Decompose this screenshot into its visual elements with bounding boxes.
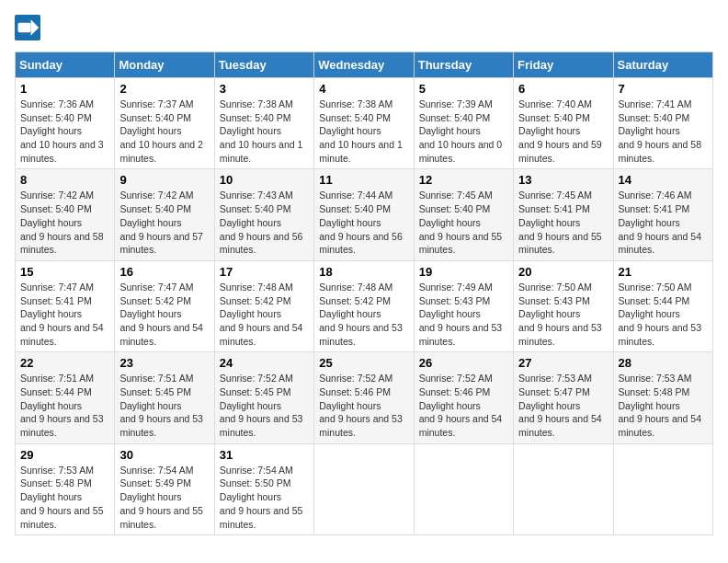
day-number: 16 bbox=[119, 265, 209, 279]
day-number: 18 bbox=[319, 265, 408, 279]
weekday-thursday: Thursday bbox=[414, 52, 513, 78]
cell-info: Sunrise: 7:53 AM Sunset: 5:47 PM Dayligh… bbox=[518, 372, 608, 439]
calendar-cell bbox=[414, 443, 513, 534]
cell-info: Sunrise: 7:38 AM Sunset: 5:40 PM Dayligh… bbox=[319, 98, 408, 165]
cell-info: Sunrise: 7:52 AM Sunset: 5:45 PM Dayligh… bbox=[220, 372, 309, 439]
page-header bbox=[15, 15, 713, 40]
calendar-cell: 7 Sunrise: 7:41 AM Sunset: 5:40 PM Dayli… bbox=[613, 78, 712, 169]
day-number: 26 bbox=[419, 356, 508, 370]
calendar-table: SundayMondayTuesdayWednesdayThursdayFrid… bbox=[15, 52, 713, 535]
calendar-cell: 8 Sunrise: 7:42 AM Sunset: 5:40 PM Dayli… bbox=[16, 169, 115, 260]
day-number: 23 bbox=[119, 356, 209, 370]
calendar-cell: 11 Sunrise: 7:44 AM Sunset: 5:40 PM Dayl… bbox=[314, 169, 414, 260]
calendar-cell: 31 Sunrise: 7:54 AM Sunset: 5:50 PM Dayl… bbox=[214, 443, 313, 534]
day-number: 24 bbox=[220, 356, 309, 370]
calendar-week-2: 8 Sunrise: 7:42 AM Sunset: 5:40 PM Dayli… bbox=[16, 169, 713, 260]
calendar-cell: 6 Sunrise: 7:40 AM Sunset: 5:40 PM Dayli… bbox=[514, 78, 613, 169]
day-number: 5 bbox=[419, 82, 508, 96]
day-number: 27 bbox=[518, 356, 608, 370]
calendar-cell bbox=[514, 443, 613, 534]
day-number: 30 bbox=[119, 448, 209, 462]
cell-info: Sunrise: 7:50 AM Sunset: 5:44 PM Dayligh… bbox=[619, 281, 708, 348]
calendar-cell: 2 Sunrise: 7:37 AM Sunset: 5:40 PM Dayli… bbox=[115, 78, 214, 169]
weekday-monday: Monday bbox=[115, 52, 214, 78]
day-number: 4 bbox=[319, 82, 408, 96]
calendar-cell: 28 Sunrise: 7:53 AM Sunset: 5:48 PM Dayl… bbox=[613, 352, 712, 443]
calendar-cell: 13 Sunrise: 7:45 AM Sunset: 5:41 PM Dayl… bbox=[514, 169, 613, 260]
day-number: 28 bbox=[619, 356, 708, 370]
calendar-cell: 18 Sunrise: 7:48 AM Sunset: 5:42 PM Dayl… bbox=[314, 260, 414, 351]
weekday-friday: Friday bbox=[514, 52, 613, 78]
weekday-tuesday: Tuesday bbox=[214, 52, 313, 78]
cell-info: Sunrise: 7:39 AM Sunset: 5:40 PM Dayligh… bbox=[419, 98, 508, 165]
cell-info: Sunrise: 7:49 AM Sunset: 5:43 PM Dayligh… bbox=[419, 281, 508, 348]
day-number: 9 bbox=[119, 173, 209, 187]
cell-info: Sunrise: 7:41 AM Sunset: 5:40 PM Dayligh… bbox=[619, 98, 708, 165]
calendar-cell: 15 Sunrise: 7:47 AM Sunset: 5:41 PM Dayl… bbox=[16, 260, 115, 351]
calendar-cell: 26 Sunrise: 7:52 AM Sunset: 5:46 PM Dayl… bbox=[414, 352, 513, 443]
cell-info: Sunrise: 7:45 AM Sunset: 5:41 PM Dayligh… bbox=[518, 189, 608, 256]
logo bbox=[15, 15, 44, 40]
cell-info: Sunrise: 7:43 AM Sunset: 5:40 PM Dayligh… bbox=[220, 189, 309, 256]
calendar-cell: 22 Sunrise: 7:51 AM Sunset: 5:44 PM Dayl… bbox=[16, 352, 115, 443]
weekday-sunday: Sunday bbox=[16, 52, 115, 78]
calendar-cell: 17 Sunrise: 7:48 AM Sunset: 5:42 PM Dayl… bbox=[214, 260, 313, 351]
day-number: 12 bbox=[419, 173, 508, 187]
cell-info: Sunrise: 7:42 AM Sunset: 5:40 PM Dayligh… bbox=[119, 189, 209, 256]
day-number: 17 bbox=[220, 265, 309, 279]
calendar-cell bbox=[314, 443, 414, 534]
day-number: 19 bbox=[419, 265, 508, 279]
calendar-cell: 20 Sunrise: 7:50 AM Sunset: 5:43 PM Dayl… bbox=[514, 260, 613, 351]
calendar-cell bbox=[613, 443, 712, 534]
calendar-week-1: 1 Sunrise: 7:36 AM Sunset: 5:40 PM Dayli… bbox=[16, 78, 713, 169]
calendar-week-5: 29 Sunrise: 7:53 AM Sunset: 5:48 PM Dayl… bbox=[16, 443, 713, 534]
calendar-cell: 25 Sunrise: 7:52 AM Sunset: 5:46 PM Dayl… bbox=[314, 352, 414, 443]
day-number: 3 bbox=[220, 82, 309, 96]
cell-info: Sunrise: 7:51 AM Sunset: 5:45 PM Dayligh… bbox=[119, 372, 209, 439]
svg-rect-2 bbox=[18, 23, 31, 33]
day-number: 8 bbox=[20, 173, 109, 187]
calendar-cell: 12 Sunrise: 7:45 AM Sunset: 5:40 PM Dayl… bbox=[414, 169, 513, 260]
cell-info: Sunrise: 7:48 AM Sunset: 5:42 PM Dayligh… bbox=[319, 281, 408, 348]
cell-info: Sunrise: 7:47 AM Sunset: 5:42 PM Dayligh… bbox=[119, 281, 209, 348]
day-number: 22 bbox=[20, 356, 109, 370]
day-number: 31 bbox=[220, 448, 309, 462]
cell-info: Sunrise: 7:42 AM Sunset: 5:40 PM Dayligh… bbox=[20, 189, 109, 256]
cell-info: Sunrise: 7:52 AM Sunset: 5:46 PM Dayligh… bbox=[319, 372, 408, 439]
day-number: 25 bbox=[319, 356, 408, 370]
cell-info: Sunrise: 7:45 AM Sunset: 5:40 PM Dayligh… bbox=[419, 189, 508, 256]
day-number: 6 bbox=[518, 82, 608, 96]
cell-info: Sunrise: 7:37 AM Sunset: 5:40 PM Dayligh… bbox=[119, 98, 209, 165]
calendar-cell: 21 Sunrise: 7:50 AM Sunset: 5:44 PM Dayl… bbox=[613, 260, 712, 351]
calendar-cell: 24 Sunrise: 7:52 AM Sunset: 5:45 PM Dayl… bbox=[214, 352, 313, 443]
day-number: 14 bbox=[619, 173, 708, 187]
day-number: 15 bbox=[20, 265, 109, 279]
day-number: 20 bbox=[518, 265, 608, 279]
calendar-cell: 4 Sunrise: 7:38 AM Sunset: 5:40 PM Dayli… bbox=[314, 78, 414, 169]
calendar-cell: 14 Sunrise: 7:46 AM Sunset: 5:41 PM Dayl… bbox=[613, 169, 712, 260]
weekday-saturday: Saturday bbox=[613, 52, 712, 78]
cell-info: Sunrise: 7:50 AM Sunset: 5:43 PM Dayligh… bbox=[518, 281, 608, 348]
day-number: 29 bbox=[20, 448, 109, 462]
weekday-header-row: SundayMondayTuesdayWednesdayThursdayFrid… bbox=[16, 52, 713, 78]
day-number: 13 bbox=[518, 173, 608, 187]
calendar-cell: 29 Sunrise: 7:53 AM Sunset: 5:48 PM Dayl… bbox=[16, 443, 115, 534]
cell-info: Sunrise: 7:38 AM Sunset: 5:40 PM Dayligh… bbox=[220, 98, 309, 165]
day-number: 1 bbox=[20, 82, 109, 96]
calendar-cell: 27 Sunrise: 7:53 AM Sunset: 5:47 PM Dayl… bbox=[514, 352, 613, 443]
calendar-cell: 16 Sunrise: 7:47 AM Sunset: 5:42 PM Dayl… bbox=[115, 260, 214, 351]
cell-info: Sunrise: 7:36 AM Sunset: 5:40 PM Dayligh… bbox=[20, 98, 109, 165]
day-number: 10 bbox=[220, 173, 309, 187]
cell-info: Sunrise: 7:46 AM Sunset: 5:41 PM Dayligh… bbox=[619, 189, 708, 256]
cell-info: Sunrise: 7:54 AM Sunset: 5:50 PM Dayligh… bbox=[220, 464, 309, 531]
cell-info: Sunrise: 7:53 AM Sunset: 5:48 PM Dayligh… bbox=[20, 464, 109, 531]
calendar-cell: 9 Sunrise: 7:42 AM Sunset: 5:40 PM Dayli… bbox=[115, 169, 214, 260]
calendar-cell: 10 Sunrise: 7:43 AM Sunset: 5:40 PM Dayl… bbox=[214, 169, 313, 260]
calendar-cell: 3 Sunrise: 7:38 AM Sunset: 5:40 PM Dayli… bbox=[214, 78, 313, 169]
calendar-week-4: 22 Sunrise: 7:51 AM Sunset: 5:44 PM Dayl… bbox=[16, 352, 713, 443]
cell-info: Sunrise: 7:47 AM Sunset: 5:41 PM Dayligh… bbox=[20, 281, 109, 348]
calendar-cell: 23 Sunrise: 7:51 AM Sunset: 5:45 PM Dayl… bbox=[115, 352, 214, 443]
cell-info: Sunrise: 7:44 AM Sunset: 5:40 PM Dayligh… bbox=[319, 189, 408, 256]
cell-info: Sunrise: 7:54 AM Sunset: 5:49 PM Dayligh… bbox=[119, 464, 209, 531]
day-number: 21 bbox=[619, 265, 708, 279]
